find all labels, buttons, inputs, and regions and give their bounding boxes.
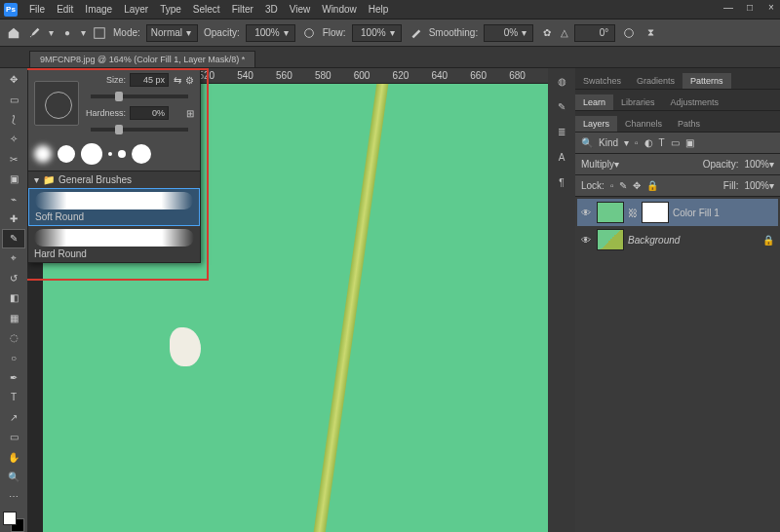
history-panel-icon[interactable]: ≣ xyxy=(553,123,570,140)
brush-item-hard-round[interactable]: Hard Round xyxy=(28,226,200,262)
brush-tip[interactable] xyxy=(118,150,126,158)
menu-file[interactable]: File xyxy=(23,4,51,15)
crop-tool[interactable]: ✂ xyxy=(2,150,25,169)
filter-smart-icon[interactable]: ▣ xyxy=(685,137,694,148)
gradient-tool[interactable]: ▦ xyxy=(2,309,25,327)
character-panel-icon[interactable]: A xyxy=(553,148,570,166)
path-tool[interactable]: ↗ xyxy=(2,408,25,427)
eyedropper-tool[interactable]: ⌁ xyxy=(2,189,25,208)
new-preset-icon[interactable]: ⊞ xyxy=(186,108,194,119)
brush-item-soft-round[interactable]: Soft Round xyxy=(28,188,200,226)
filter-type-icon[interactable]: T xyxy=(659,137,665,148)
menu-edit[interactable]: Edit xyxy=(51,4,79,15)
brush-settings-icon[interactable] xyxy=(92,25,107,41)
marquee-tool[interactable]: ▭ xyxy=(2,90,25,108)
brush-tip[interactable] xyxy=(34,145,52,163)
menu-filter[interactable]: Filter xyxy=(226,4,259,15)
menu-help[interactable]: Help xyxy=(363,4,395,15)
airbrush-icon[interactable] xyxy=(408,25,423,41)
filter-adjust-icon[interactable]: ◐ xyxy=(644,137,653,148)
blend-mode-select[interactable]: Multiply▾ xyxy=(581,159,619,170)
lock-paint-icon[interactable]: ✎ xyxy=(619,180,627,191)
filter-pixel-icon[interactable]: ▫ xyxy=(635,137,639,148)
tab-adjustments[interactable]: Adjustments xyxy=(663,95,727,110)
hardness-input[interactable]: 0% xyxy=(130,106,169,120)
menu-image[interactable]: Image xyxy=(79,4,118,15)
brush-tip[interactable] xyxy=(132,144,151,164)
pen-tool[interactable]: ✒ xyxy=(2,368,25,387)
smoothing-input[interactable]: 0%▾ xyxy=(484,24,533,42)
flip-icon[interactable]: ⇆ xyxy=(174,75,181,86)
hand-tool[interactable]: ✋ xyxy=(2,447,25,466)
menu-3d[interactable]: 3D xyxy=(259,4,284,15)
layer-opacity-input[interactable]: 100%▾ xyxy=(744,159,774,170)
tab-layers[interactable]: Layers xyxy=(575,116,617,132)
menu-select[interactable]: Select xyxy=(187,4,226,15)
lasso-tool[interactable]: ⟅ xyxy=(2,110,25,129)
eraser-tool[interactable]: ◧ xyxy=(2,288,25,307)
gear-icon[interactable]: ⚙ xyxy=(185,75,194,86)
history-brush-tool[interactable]: ↺ xyxy=(2,269,25,287)
brush-tool-icon[interactable] xyxy=(27,25,43,41)
filter-shape-icon[interactable]: ▭ xyxy=(671,137,680,148)
tab-gradients[interactable]: Gradients xyxy=(629,73,682,89)
brush-tip[interactable] xyxy=(108,152,112,156)
layer-fill-input[interactable]: 100%▾ xyxy=(744,180,774,191)
gear-icon[interactable]: ✿ xyxy=(539,25,555,41)
move-tool[interactable]: ✥ xyxy=(2,70,25,89)
chevron-down-icon[interactable]: ▾ xyxy=(81,27,86,38)
layer-thumbnail[interactable] xyxy=(597,202,624,223)
tab-learn[interactable]: Learn xyxy=(575,95,613,110)
brush-tip[interactable] xyxy=(58,145,75,163)
layer-mask-thumbnail[interactable] xyxy=(642,202,669,223)
color-panel-icon[interactable]: ◍ xyxy=(553,72,570,90)
link-icon[interactable]: ⛓ xyxy=(628,208,638,218)
stamp-tool[interactable]: ⌖ xyxy=(2,249,25,268)
visibility-icon[interactable]: 👁 xyxy=(581,208,593,218)
document-tab[interactable]: 9MFCNP8.jpg @ 164% (Color Fill 1, Layer … xyxy=(29,51,255,67)
brushes-panel-icon[interactable]: ✎ xyxy=(553,97,570,115)
brush-group-header[interactable]: ▾ 📁 General Brushes xyxy=(28,171,200,188)
close-button[interactable]: × xyxy=(766,2,776,13)
hardness-slider[interactable] xyxy=(91,128,188,132)
tab-channels[interactable]: Channels xyxy=(617,116,670,132)
tab-paths[interactable]: Paths xyxy=(670,116,708,132)
home-icon[interactable] xyxy=(6,25,21,41)
flow-input[interactable]: 100%▾ xyxy=(352,24,402,42)
menu-type[interactable]: Type xyxy=(154,4,187,15)
chevron-down-icon[interactable]: ▾ xyxy=(624,137,629,148)
lock-position-icon[interactable]: ✥ xyxy=(633,180,641,191)
shape-tool[interactable]: ▭ xyxy=(2,428,25,446)
visibility-icon[interactable]: 👁 xyxy=(581,235,593,246)
color-swatches[interactable] xyxy=(3,512,24,532)
layer-row[interactable]: 👁 Background 🔒 xyxy=(577,226,778,253)
lock-transparent-icon[interactable]: ▫ xyxy=(610,180,614,191)
menu-window[interactable]: Window xyxy=(316,4,363,15)
zoom-tool[interactable]: 🔍 xyxy=(2,468,25,486)
lock-all-icon[interactable]: 🔒 xyxy=(646,180,658,191)
size-input[interactable]: 45 px xyxy=(130,73,169,87)
layer-thumbnail[interactable] xyxy=(597,229,624,250)
blur-tool[interactable]: ◌ xyxy=(2,328,25,347)
chevron-down-icon[interactable]: ▾ xyxy=(49,27,54,38)
frame-tool[interactable]: ▣ xyxy=(2,170,25,188)
menu-view[interactable]: View xyxy=(284,4,317,15)
layer-name[interactable]: Background xyxy=(628,235,680,246)
tab-libraries[interactable]: Libraries xyxy=(613,95,663,110)
type-tool[interactable]: T xyxy=(2,388,25,406)
angle-input[interactable]: 0° xyxy=(574,24,615,42)
minimize-button[interactable]: — xyxy=(723,2,733,13)
layer-name[interactable]: Color Fill 1 xyxy=(673,208,720,218)
wand-tool[interactable]: ✧ xyxy=(2,130,25,148)
size-slider[interactable] xyxy=(91,95,188,98)
pressure-opacity-icon[interactable] xyxy=(301,25,317,41)
paragraph-panel-icon[interactable]: ¶ xyxy=(553,173,570,191)
search-icon[interactable]: 🔍 xyxy=(581,137,593,148)
maximize-button[interactable]: □ xyxy=(745,2,755,13)
menu-layer[interactable]: Layer xyxy=(118,4,154,15)
brush-preset-icon[interactable]: ● xyxy=(59,25,75,41)
tab-patterns[interactable]: Patterns xyxy=(682,73,731,89)
tab-swatches[interactable]: Swatches xyxy=(575,73,629,89)
pressure-size-icon[interactable] xyxy=(621,25,637,41)
symmetry-icon[interactable]: ⧗ xyxy=(643,25,658,41)
